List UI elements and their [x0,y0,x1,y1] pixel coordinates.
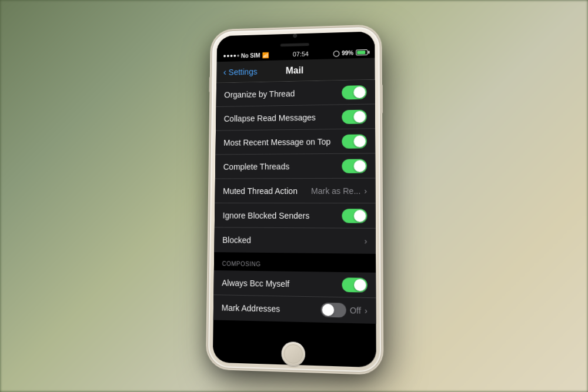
always-bcc-myself-toggle[interactable] [342,277,368,292]
page-title: Mail [286,65,304,75]
signal-dot-1 [223,55,226,57]
threading-group: Organize by Thread Collapse Read Message… [214,79,376,253]
mark-addresses-value: Off [350,305,361,315]
collapse-read-messages-toggle[interactable] [342,109,366,123]
battery-percent: 99% [342,49,353,56]
muted-thread-action-label: Muted Thread Action [223,186,298,195]
mark-addresses-toggle[interactable] [321,302,346,317]
organize-by-thread-toggle[interactable] [342,85,366,99]
mark-addresses-label: Mark Addresses [222,303,280,313]
signal-dot-5 [237,54,239,56]
toggle-thumb [354,160,366,172]
earpiece [280,43,309,46]
organize-by-thread-label: Organize by Thread [224,88,295,99]
collapse-read-messages-label: Collapse Read Messages [224,112,316,123]
signal-dots [223,54,239,57]
ignore-blocked-senders-row[interactable]: Ignore Blocked Senders [215,203,376,228]
blocked-row[interactable]: Blocked › [214,227,376,254]
most-recent-message-toggle[interactable] [342,133,367,148]
collapse-read-messages-row[interactable]: Collapse Read Messages [216,104,375,130]
signal-dot-3 [230,55,233,57]
complete-threads-toggle[interactable] [342,158,367,172]
settings-list: Organize by Thread Collapse Read Message… [213,79,376,323]
blocked-right: › [365,236,368,246]
toggle-thumb [353,86,365,98]
ignore-blocked-senders-label: Ignore Blocked Senders [223,210,310,220]
toggle-thumb [354,279,366,291]
complete-threads-row[interactable]: Complete Threads [215,153,375,179]
wifi-icon: 📶 [262,52,269,58]
muted-thread-action-value: Mark as Re... [311,186,360,195]
back-label: Settings [229,66,258,76]
volume-button [209,76,211,92]
screen-content: No SIM 📶 07:54 ◯ 99% ‹ [213,45,376,323]
signal-dot-2 [227,55,229,57]
home-button-inner [283,344,303,364]
toggle-thumb [322,303,334,316]
power-button [380,84,383,113]
most-recent-message-label: Most Recent Message on Top [223,136,330,147]
nav-bar: ‹ Settings Mail [216,58,375,83]
complete-threads-label: Complete Threads [223,161,290,170]
battery-fill [357,51,365,54]
toggle-thumb [353,110,365,122]
location-icon: ◯ [333,49,339,56]
ignore-blocked-senders-toggle[interactable] [342,208,367,222]
most-recent-message-row[interactable]: Most Recent Message on Top [215,129,375,155]
phone-wrapper: No SIM 📶 07:54 ◯ 99% ‹ [208,26,381,373]
status-right: ◯ 99% [333,49,368,56]
toggle-thumb [354,209,366,221]
muted-thread-action-right: Mark as Re... › [311,186,367,195]
phone-device: No SIM 📶 07:54 ◯ 99% ‹ [208,26,381,373]
mark-addresses-right: Off › [321,302,368,317]
phone-screen: No SIM 📶 07:54 ◯ 99% ‹ [213,31,376,367]
muted-thread-action-row[interactable]: Muted Thread Action Mark as Re... › [215,178,375,203]
status-time: 07:54 [293,50,309,57]
muted-thread-chevron-icon: › [364,186,367,195]
composing-group: Always Bcc Myself Mark Addresses [213,270,376,323]
back-button[interactable]: ‹ Settings [223,66,258,77]
blocked-label: Blocked [222,235,251,244]
always-bcc-myself-row[interactable]: Always Bcc Myself [213,270,376,297]
back-chevron-icon: ‹ [223,66,226,76]
mark-addresses-chevron-icon: › [365,306,368,316]
carrier-label: No SIM [241,52,260,58]
home-button[interactable] [281,341,305,367]
signal-dot-4 [233,54,236,56]
mark-addresses-row[interactable]: Mark Addresses Off › [213,295,376,324]
status-left: No SIM 📶 [223,52,269,59]
battery-icon [356,49,368,55]
always-bcc-myself-label: Always Bcc Myself [222,277,289,288]
toggle-thumb [354,135,366,146]
blocked-chevron-icon: › [365,236,368,246]
organize-by-thread-row[interactable]: Organize by Thread [216,79,375,106]
composing-section-header: COMPOSING [214,252,376,273]
camera [293,33,297,38]
